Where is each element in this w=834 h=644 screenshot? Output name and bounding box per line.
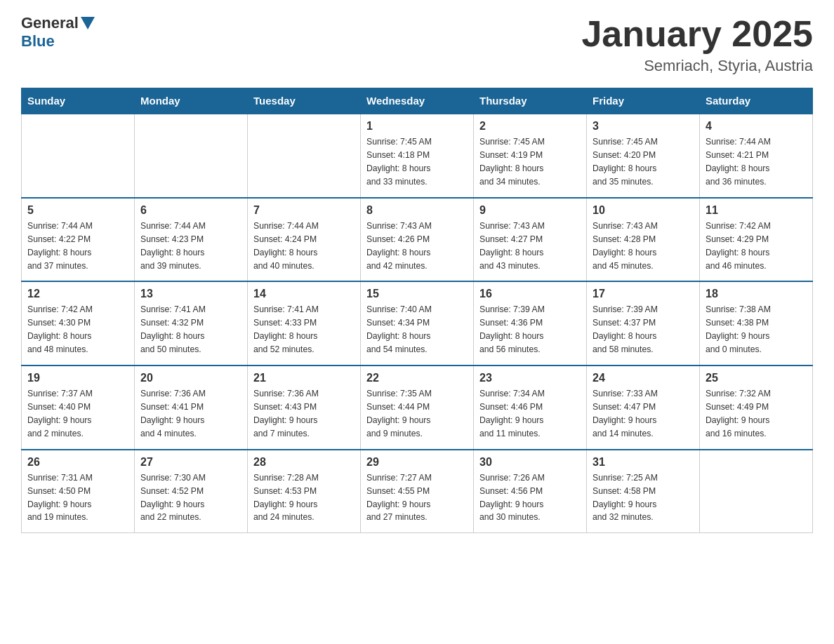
day-number: 22 (366, 372, 468, 384)
day-info: Sunrise: 7:40 AM Sunset: 4:34 PM Dayligh… (366, 303, 468, 356)
calendar-cell: 23Sunrise: 7:34 AM Sunset: 4:46 PM Dayli… (474, 365, 587, 450)
day-info: Sunrise: 7:34 AM Sunset: 4:46 PM Dayligh… (479, 387, 581, 441)
day-number: 14 (253, 288, 355, 300)
day-info: Sunrise: 7:44 AM Sunset: 4:21 PM Dayligh… (706, 135, 807, 189)
day-number: 23 (479, 372, 581, 384)
calendar-cell: 24Sunrise: 7:33 AM Sunset: 4:47 PM Dayli… (587, 365, 700, 450)
calendar-cell: 19Sunrise: 7:37 AM Sunset: 4:40 PM Dayli… (22, 365, 135, 450)
day-info: Sunrise: 7:27 AM Sunset: 4:55 PM Dayligh… (366, 471, 468, 525)
logo-triangle-icon (81, 17, 95, 29)
calendar-table: SundayMondayTuesdayWednesdayThursdayFrid… (21, 88, 813, 533)
day-info: Sunrise: 7:43 AM Sunset: 4:27 PM Dayligh… (479, 220, 581, 273)
weekday-header-friday: Friday (587, 88, 700, 114)
calendar-week-5: 26Sunrise: 7:31 AM Sunset: 4:50 PM Dayli… (22, 450, 813, 533)
day-info: Sunrise: 7:33 AM Sunset: 4:47 PM Dayligh… (593, 387, 694, 441)
calendar-cell: 31Sunrise: 7:25 AM Sunset: 4:58 PM Dayli… (587, 450, 700, 533)
day-number: 26 (27, 456, 128, 469)
calendar-cell: 28Sunrise: 7:28 AM Sunset: 4:53 PM Dayli… (248, 450, 361, 533)
day-info: Sunrise: 7:35 AM Sunset: 4:44 PM Dayligh… (366, 387, 468, 441)
calendar-cell: 29Sunrise: 7:27 AM Sunset: 4:55 PM Dayli… (361, 450, 474, 533)
day-number: 15 (366, 288, 468, 300)
calendar-week-4: 19Sunrise: 7:37 AM Sunset: 4:40 PM Dayli… (22, 365, 813, 450)
weekday-header-tuesday: Tuesday (248, 88, 361, 114)
page-header: General Blue January 2025 Semriach, Styr… (21, 14, 813, 75)
day-number: 8 (366, 204, 468, 217)
calendar-subtitle: Semriach, Styria, Austria (581, 57, 813, 75)
day-info: Sunrise: 7:41 AM Sunset: 4:32 PM Dayligh… (140, 303, 241, 356)
calendar-week-2: 5Sunrise: 7:44 AM Sunset: 4:22 PM Daylig… (22, 198, 813, 282)
calendar-cell: 14Sunrise: 7:41 AM Sunset: 4:33 PM Dayli… (248, 281, 361, 365)
day-info: Sunrise: 7:41 AM Sunset: 4:33 PM Dayligh… (253, 303, 355, 356)
calendar-cell: 18Sunrise: 7:38 AM Sunset: 4:38 PM Dayli… (700, 281, 813, 365)
logo-blue-text: Blue (21, 32, 55, 50)
calendar-cell: 12Sunrise: 7:42 AM Sunset: 4:30 PM Dayli… (22, 281, 135, 365)
day-info: Sunrise: 7:44 AM Sunset: 4:23 PM Dayligh… (140, 220, 241, 273)
calendar-cell: 4Sunrise: 7:44 AM Sunset: 4:21 PM Daylig… (700, 114, 813, 198)
calendar-cell: 15Sunrise: 7:40 AM Sunset: 4:34 PM Dayli… (361, 281, 474, 365)
day-info: Sunrise: 7:38 AM Sunset: 4:38 PM Dayligh… (706, 303, 807, 356)
calendar-cell: 16Sunrise: 7:39 AM Sunset: 4:36 PM Dayli… (474, 281, 587, 365)
calendar-cell: 27Sunrise: 7:30 AM Sunset: 4:52 PM Dayli… (135, 450, 248, 533)
day-number: 31 (593, 456, 694, 469)
day-number: 3 (593, 120, 694, 133)
day-number: 11 (706, 204, 807, 217)
day-number: 4 (706, 120, 807, 133)
day-number: 7 (253, 204, 355, 217)
calendar-cell: 26Sunrise: 7:31 AM Sunset: 4:50 PM Dayli… (22, 450, 135, 533)
day-number: 18 (706, 288, 807, 300)
calendar-week-3: 12Sunrise: 7:42 AM Sunset: 4:30 PM Dayli… (22, 281, 813, 365)
calendar-cell: 6Sunrise: 7:44 AM Sunset: 4:23 PM Daylig… (135, 198, 248, 282)
calendar-cell (248, 114, 361, 198)
weekday-header-row: SundayMondayTuesdayWednesdayThursdayFrid… (22, 88, 813, 114)
day-number: 17 (593, 288, 694, 300)
day-number: 19 (27, 372, 128, 384)
day-info: Sunrise: 7:44 AM Sunset: 4:22 PM Dayligh… (27, 220, 128, 273)
day-info: Sunrise: 7:45 AM Sunset: 4:18 PM Dayligh… (366, 135, 468, 189)
day-info: Sunrise: 7:43 AM Sunset: 4:28 PM Dayligh… (593, 220, 694, 273)
day-number: 20 (140, 372, 241, 384)
day-number: 30 (479, 456, 581, 469)
day-info: Sunrise: 7:45 AM Sunset: 4:20 PM Dayligh… (593, 135, 694, 189)
day-number: 27 (140, 456, 241, 469)
weekday-header-sunday: Sunday (22, 88, 135, 114)
day-info: Sunrise: 7:25 AM Sunset: 4:58 PM Dayligh… (593, 471, 694, 525)
day-info: Sunrise: 7:44 AM Sunset: 4:24 PM Dayligh… (253, 220, 355, 273)
calendar-cell: 30Sunrise: 7:26 AM Sunset: 4:56 PM Dayli… (474, 450, 587, 533)
calendar-cell: 22Sunrise: 7:35 AM Sunset: 4:44 PM Dayli… (361, 365, 474, 450)
day-number: 1 (366, 120, 468, 133)
day-info: Sunrise: 7:42 AM Sunset: 4:29 PM Dayligh… (706, 220, 807, 273)
day-number: 10 (593, 204, 694, 217)
calendar-cell: 13Sunrise: 7:41 AM Sunset: 4:32 PM Dayli… (135, 281, 248, 365)
calendar-cell: 25Sunrise: 7:32 AM Sunset: 4:49 PM Dayli… (700, 365, 813, 450)
calendar-cell: 1Sunrise: 7:45 AM Sunset: 4:18 PM Daylig… (361, 114, 474, 198)
day-number: 28 (253, 456, 355, 469)
day-info: Sunrise: 7:36 AM Sunset: 4:43 PM Dayligh… (253, 387, 355, 441)
calendar-title: January 2025 (581, 14, 813, 54)
day-number: 25 (706, 372, 807, 384)
calendar-week-1: 1Sunrise: 7:45 AM Sunset: 4:18 PM Daylig… (22, 114, 813, 198)
calendar-cell: 21Sunrise: 7:36 AM Sunset: 4:43 PM Dayli… (248, 365, 361, 450)
day-number: 2 (479, 120, 581, 133)
calendar-cell (700, 450, 813, 533)
calendar-cell: 7Sunrise: 7:44 AM Sunset: 4:24 PM Daylig… (248, 198, 361, 282)
logo: General Blue (21, 14, 97, 51)
calendar-cell: 3Sunrise: 7:45 AM Sunset: 4:20 PM Daylig… (587, 114, 700, 198)
day-info: Sunrise: 7:28 AM Sunset: 4:53 PM Dayligh… (253, 471, 355, 525)
day-number: 24 (593, 372, 694, 384)
day-info: Sunrise: 7:26 AM Sunset: 4:56 PM Dayligh… (479, 471, 581, 525)
logo-general-text: General (21, 14, 79, 32)
day-info: Sunrise: 7:39 AM Sunset: 4:36 PM Dayligh… (479, 303, 581, 356)
title-block: January 2025 Semriach, Styria, Austria (581, 14, 813, 75)
day-info: Sunrise: 7:43 AM Sunset: 4:26 PM Dayligh… (366, 220, 468, 273)
day-number: 29 (366, 456, 468, 469)
day-info: Sunrise: 7:36 AM Sunset: 4:41 PM Dayligh… (140, 387, 241, 441)
calendar-cell: 20Sunrise: 7:36 AM Sunset: 4:41 PM Dayli… (135, 365, 248, 450)
calendar-cell: 9Sunrise: 7:43 AM Sunset: 4:27 PM Daylig… (474, 198, 587, 282)
calendar-cell: 11Sunrise: 7:42 AM Sunset: 4:29 PM Dayli… (700, 198, 813, 282)
calendar-cell (135, 114, 248, 198)
weekday-header-wednesday: Wednesday (361, 88, 474, 114)
day-number: 13 (140, 288, 241, 300)
calendar-cell: 5Sunrise: 7:44 AM Sunset: 4:22 PM Daylig… (22, 198, 135, 282)
day-number: 21 (253, 372, 355, 384)
day-number: 12 (27, 288, 128, 300)
